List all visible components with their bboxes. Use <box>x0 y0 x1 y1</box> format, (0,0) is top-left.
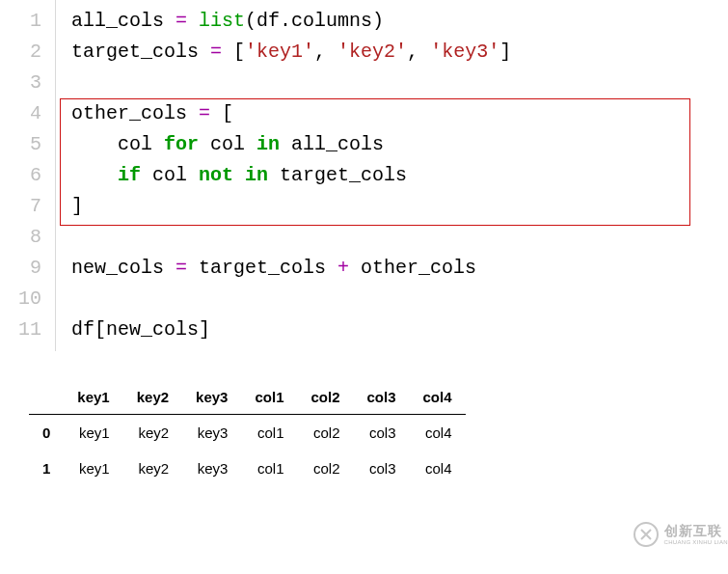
row-index: 1 <box>29 451 64 486</box>
code-line-2: target_cols = ['key1', 'key2', 'key3'] <box>71 37 728 68</box>
cell: key1 <box>64 451 122 486</box>
cell: col2 <box>297 415 353 451</box>
col-header: col4 <box>410 380 466 415</box>
code-line-10 <box>71 284 728 314</box>
line-number: 6 <box>0 160 55 191</box>
cell: col3 <box>354 451 410 486</box>
row-index: 0 <box>29 415 64 451</box>
cell: col2 <box>297 451 353 486</box>
cell: col3 <box>354 415 410 451</box>
table-header-row: key1 key2 key3 col1 col2 col3 col4 <box>29 380 466 415</box>
col-header: col3 <box>354 380 410 415</box>
code-block: 1 2 3 4 5 6 7 8 9 10 11 all_cols = list(… <box>0 0 728 351</box>
line-number: 7 <box>0 191 55 222</box>
line-number: 5 <box>0 129 55 160</box>
code-line-11: df[new_cols] <box>71 314 728 345</box>
col-header: key3 <box>182 380 241 415</box>
line-gutter: 1 2 3 4 5 6 7 8 9 10 11 <box>0 0 56 351</box>
watermark-logo-icon <box>634 522 659 547</box>
cell: col1 <box>241 415 297 451</box>
table-row: 0 key1 key2 key3 col1 col2 col3 col4 <box>29 415 466 451</box>
cell: col1 <box>241 451 297 486</box>
cell: key2 <box>123 451 182 486</box>
col-header: key2 <box>123 380 182 415</box>
line-number: 2 <box>0 37 55 68</box>
code-line-3 <box>71 68 728 98</box>
highlight-box <box>60 98 690 226</box>
output-table: key1 key2 key3 col1 col2 col3 col4 0 key… <box>29 380 728 486</box>
line-number: 10 <box>0 284 55 314</box>
col-header: col2 <box>297 380 353 415</box>
cell: col4 <box>410 415 466 451</box>
cell: key1 <box>64 415 122 451</box>
code-line-1: all_cols = list(df.columns) <box>71 6 728 37</box>
watermark-text-en: CHUANG XINHU LIAN <box>664 539 728 545</box>
line-number: 3 <box>0 68 55 98</box>
cell: key2 <box>123 415 182 451</box>
code-line-8 <box>71 222 728 253</box>
code-area: all_cols = list(df.columns) target_cols … <box>56 0 728 351</box>
watermark: 创新互联 CHUANG XINHU LIAN <box>634 522 728 547</box>
cell: key3 <box>182 451 241 486</box>
line-number: 4 <box>0 98 55 129</box>
table-corner <box>29 380 64 415</box>
line-number: 8 <box>0 222 55 253</box>
table-row: 1 key1 key2 key3 col1 col2 col3 col4 <box>29 451 466 486</box>
watermark-text-cn: 创新互联 <box>664 524 728 537</box>
line-number: 9 <box>0 253 55 284</box>
cell: col4 <box>410 451 466 486</box>
line-number: 11 <box>0 314 55 345</box>
cell: key3 <box>182 415 241 451</box>
col-header: key1 <box>64 380 122 415</box>
line-number: 1 <box>0 6 55 37</box>
col-header: col1 <box>241 380 297 415</box>
code-line-9: new_cols = target_cols + other_cols <box>71 253 728 284</box>
